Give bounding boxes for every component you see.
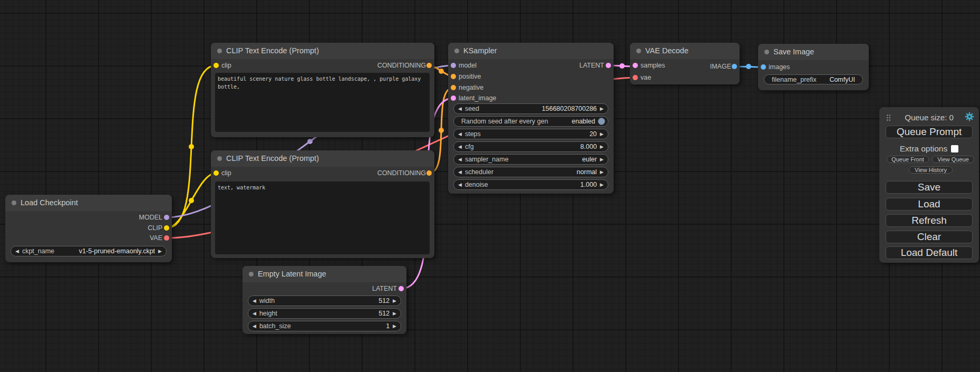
- widget-label: scheduler: [465, 168, 493, 176]
- view-history-button[interactable]: View History: [909, 166, 953, 174]
- model-output-port[interactable]: [164, 215, 169, 220]
- vae-output-port[interactable]: [164, 235, 169, 241]
- random-seed-toggle[interactable]: [598, 118, 605, 125]
- node-vae-decode[interactable]: VAE Decode samples vae IMAGE: [630, 43, 740, 84]
- positive-input-port[interactable]: [451, 74, 456, 79]
- queue-prompt-button[interactable]: Queue Prompt: [886, 126, 973, 138]
- view-queue-button[interactable]: View Queue: [932, 156, 974, 163]
- decrement-arrow-icon[interactable]: ◀: [458, 142, 462, 151]
- vae-input-port[interactable]: [633, 75, 638, 80]
- images-input-port[interactable]: [761, 64, 766, 70]
- batch-size-widget[interactable]: ◀ batch_size 1 ▶: [248, 321, 401, 331]
- node-title-bar[interactable]: Save Image: [758, 44, 869, 60]
- node-title: CLIP Text Encode (Prompt): [226, 43, 319, 59]
- save-button[interactable]: Save: [886, 181, 973, 194]
- extra-options-label: Extra options: [900, 144, 947, 154]
- node-title: Load Checkpoint: [21, 195, 78, 211]
- input-label-positive: positive: [459, 71, 481, 82]
- denoise-widget[interactable]: ◀ denoise 1.000 ▶: [453, 179, 608, 190]
- widget-label: Random seed after every gen: [461, 118, 548, 125]
- image-output-port[interactable]: [732, 64, 737, 69]
- seed-widget[interactable]: ◀ seed 156680208700286 ▶: [453, 103, 608, 114]
- node-title: KSampler: [463, 43, 497, 59]
- decrement-arrow-icon[interactable]: ◀: [458, 104, 462, 113]
- increment-arrow-icon[interactable]: ▶: [393, 296, 396, 306]
- node-empty-latent-image[interactable]: Empty Latent Image LATENT ◀ width 512 ▶ …: [242, 266, 406, 334]
- link-midpoint-dot: [189, 198, 194, 203]
- decrement-arrow-icon[interactable]: ◀: [458, 129, 462, 139]
- increment-arrow-icon[interactable]: ▶: [600, 104, 604, 113]
- increment-arrow-icon[interactable]: ▶: [158, 246, 162, 256]
- node-save-image[interactable]: Save Image images filename_prefix ComfyU…: [758, 44, 869, 90]
- output-label-latent: LATENT: [579, 60, 604, 71]
- increment-arrow-icon[interactable]: ▶: [393, 309, 396, 318]
- latent-image-input-port[interactable]: [451, 96, 456, 101]
- model-input-port[interactable]: [451, 63, 456, 68]
- node-title-bar[interactable]: CLIP Text Encode (Prompt): [211, 150, 434, 167]
- collapse-dot-icon[interactable]: [249, 272, 254, 276]
- scheduler-widget[interactable]: ◀ scheduler normal ▶: [453, 167, 608, 177]
- decrement-arrow-icon[interactable]: ◀: [458, 167, 462, 177]
- decrement-arrow-icon[interactable]: ◀: [458, 155, 462, 164]
- widget-value: 512: [379, 297, 390, 304]
- queue-front-button[interactable]: Queue Front: [887, 156, 929, 163]
- node-title-bar[interactable]: Load Checkpoint: [5, 195, 172, 211]
- widget-label: height: [259, 310, 277, 317]
- latent-output-port[interactable]: [606, 63, 611, 68]
- link-midpoint-dot: [619, 63, 625, 69]
- node-title-bar[interactable]: KSampler: [448, 43, 614, 59]
- output-label-vae: VAE: [150, 233, 162, 243]
- collapse-dot-icon[interactable]: [454, 49, 459, 53]
- clip-input-port[interactable]: [214, 170, 219, 176]
- node-title-bar[interactable]: CLIP Text Encode (Prompt): [211, 43, 434, 59]
- clear-button[interactable]: Clear: [886, 231, 973, 243]
- positive-prompt-textarea[interactable]: beautiful scenery nature glass bottle la…: [215, 73, 430, 132]
- filename-prefix-widget[interactable]: filename_prefix ComfyUI: [764, 74, 863, 84]
- decrement-arrow-icon[interactable]: ◀: [253, 309, 256, 318]
- decrement-arrow-icon[interactable]: ◀: [15, 246, 19, 256]
- conditioning-output-port[interactable]: [426, 170, 432, 176]
- increment-arrow-icon[interactable]: ▶: [600, 167, 604, 177]
- random-seed-widget[interactable]: Random seed after every gen enabled: [453, 116, 608, 127]
- decrement-arrow-icon[interactable]: ◀: [458, 180, 462, 189]
- width-widget[interactable]: ◀ width 512 ▶: [248, 295, 401, 306]
- collapse-dot-icon[interactable]: [12, 201, 16, 205]
- cfg-widget[interactable]: ◀ cfg 8.000 ▶: [453, 141, 608, 152]
- decrement-arrow-icon[interactable]: ◀: [253, 296, 256, 306]
- node-title-bar[interactable]: Empty Latent Image: [242, 266, 406, 282]
- refresh-button[interactable]: Refresh: [886, 214, 973, 227]
- steps-widget[interactable]: ◀ steps 20 ▶: [453, 129, 608, 139]
- collapse-dot-icon[interactable]: [217, 49, 222, 53]
- increment-arrow-icon[interactable]: ▶: [600, 142, 604, 151]
- load-default-button[interactable]: Load Default: [886, 246, 973, 259]
- samples-input-port[interactable]: [633, 63, 638, 68]
- negative-prompt-textarea[interactable]: text, watermark: [215, 182, 430, 254]
- node-load-checkpoint[interactable]: Load Checkpoint MODEL CLIP VAE ◀ ckpt_na…: [5, 195, 172, 262]
- conditioning-output-port[interactable]: [426, 63, 432, 68]
- output-label-conditioning: CONDITIONING: [377, 168, 426, 178]
- decrement-arrow-icon[interactable]: ◀: [253, 321, 256, 331]
- clip-output-port[interactable]: [164, 225, 169, 231]
- ckpt-name-widget[interactable]: ◀ ckpt_name v1-5-pruned-emaonly.ckpt ▶: [11, 246, 167, 256]
- height-widget[interactable]: ◀ height 512 ▶: [248, 308, 401, 319]
- collapse-dot-icon[interactable]: [636, 49, 641, 53]
- node-title: VAE Decode: [645, 43, 688, 59]
- node-clip-text-encode-positive[interactable]: CLIP Text Encode (Prompt) clip CONDITION…: [211, 43, 434, 137]
- negative-input-port[interactable]: [451, 85, 456, 90]
- collapse-dot-icon[interactable]: [217, 156, 222, 161]
- clip-input-port[interactable]: [214, 63, 219, 68]
- sampler-name-widget[interactable]: ◀ sampler_name euler ▶: [453, 154, 608, 165]
- node-clip-text-encode-negative[interactable]: CLIP Text Encode (Prompt) clip CONDITION…: [211, 150, 434, 258]
- increment-arrow-icon[interactable]: ▶: [600, 180, 604, 189]
- extra-options-checkbox[interactable]: [951, 145, 958, 152]
- node-ksampler[interactable]: KSampler model positive negative latent_…: [448, 43, 614, 194]
- node-title-bar[interactable]: VAE Decode: [630, 43, 740, 59]
- increment-arrow-icon[interactable]: ▶: [393, 321, 396, 331]
- collapse-dot-icon[interactable]: [764, 50, 769, 54]
- load-button[interactable]: Load: [886, 198, 973, 211]
- widget-value: 512: [379, 310, 390, 317]
- gear-icon[interactable]: [965, 112, 974, 121]
- increment-arrow-icon[interactable]: ▶: [600, 129, 604, 139]
- latent-output-port[interactable]: [399, 286, 404, 291]
- increment-arrow-icon[interactable]: ▶: [600, 155, 604, 164]
